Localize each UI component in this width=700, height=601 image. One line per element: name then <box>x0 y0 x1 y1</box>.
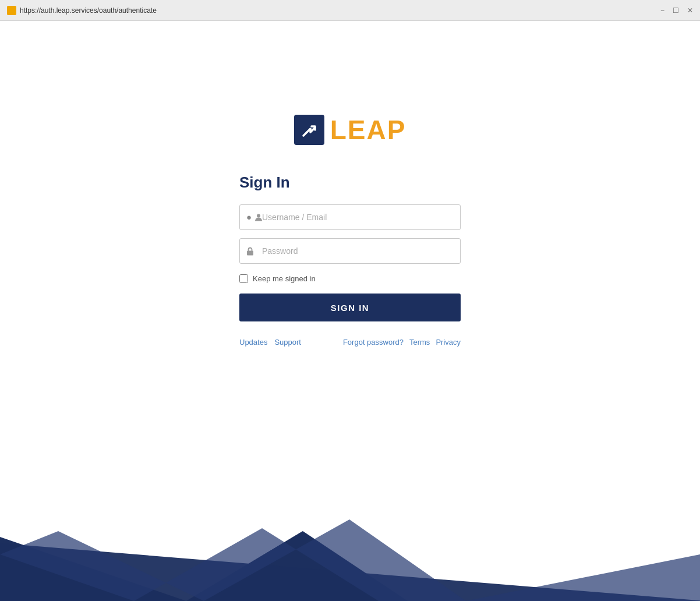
keep-signed-in-label[interactable]: Keep me signed in <box>253 274 316 283</box>
keep-signed-in-checkbox[interactable] <box>239 274 248 283</box>
updates-link[interactable]: Updates <box>239 338 267 347</box>
password-input-wrapper <box>239 238 461 264</box>
bottom-decoration <box>0 485 700 601</box>
logo-text: LEAP <box>330 114 406 146</box>
browser-window-controls: − ☐ ✕ <box>660 7 693 14</box>
logo-area: LEAP <box>294 114 406 146</box>
keep-signed-in-row: Keep me signed in <box>239 274 316 283</box>
footer-links: Updates Support Forgot password? Terms P… <box>239 338 461 347</box>
sign-in-button[interactable]: SIGN IN <box>239 294 461 321</box>
minimize-button[interactable]: − <box>660 7 664 14</box>
password-input[interactable] <box>239 238 461 264</box>
forgot-password-link[interactable]: Forgot password? <box>343 338 404 347</box>
maximize-button[interactable]: ☐ <box>673 7 679 14</box>
username-input-wrapper: ● <box>239 204 461 230</box>
sign-in-heading: Sign In <box>239 174 290 192</box>
footer-left-links: Updates Support <box>239 338 301 347</box>
close-button[interactable]: ✕ <box>687 7 693 14</box>
page-content: LEAP Sign In ● <box>0 21 700 601</box>
browser-url-bar[interactable]: https://auth.leap.services/oauth/authent… <box>20 6 660 15</box>
logo-icon <box>294 115 324 145</box>
terms-link[interactable]: Terms <box>409 338 430 347</box>
logo-svg <box>300 121 319 139</box>
browser-chrome: https://auth.leap.services/oauth/authent… <box>0 0 700 21</box>
support-link[interactable]: Support <box>274 338 301 347</box>
username-input[interactable] <box>239 204 461 230</box>
login-container: LEAP Sign In ● <box>239 114 461 347</box>
privacy-link[interactable]: Privacy <box>436 338 461 347</box>
footer-right-links: Forgot password? Terms Privacy <box>343 338 461 347</box>
browser-favicon <box>7 6 16 15</box>
